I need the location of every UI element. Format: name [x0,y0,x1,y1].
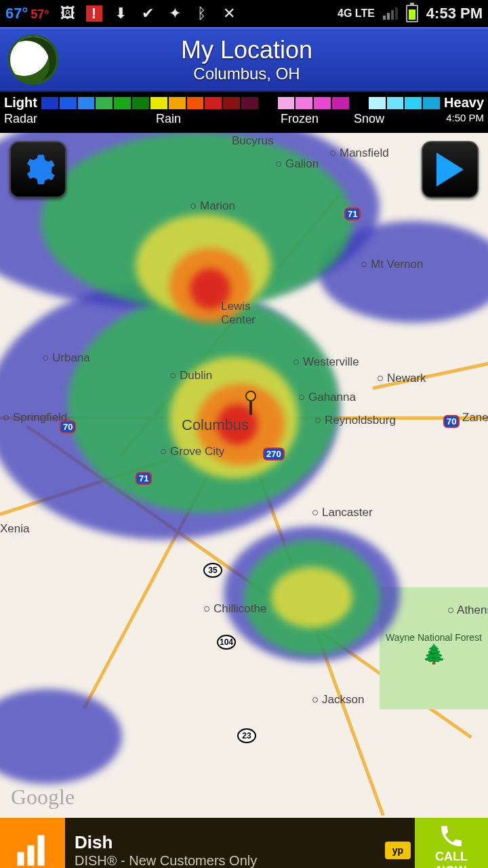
signal-icon [383,7,398,20]
image-icon: 🖼 [59,5,77,22]
city-label: Reynoldsburg [314,414,396,427]
city-label: Mt Vernon [361,258,424,271]
play-icon [436,153,464,186]
city-label: Bucyrus [232,134,273,148]
city-label: Springfield [3,411,67,425]
city-label: Zane [462,411,488,425]
legend-rain-label: Rain [156,112,181,126]
network-label: 4G LTE [338,7,375,20]
settings-button[interactable] [9,141,66,198]
city-label: Xenia [0,522,29,536]
legend-snow-label: Snow [354,112,384,126]
radar-map[interactable]: Wayne National Forest 🌲 BucyrusMansfield… [0,133,488,818]
status-temp-hi: 67° [5,5,28,22]
ad-title: Dish [75,832,375,853]
call-now-button[interactable]: CALL NOW [415,818,488,868]
legend-timestamp: 4:50 PM [446,112,484,126]
android-status-bar: 67° 57° 🖼 ! ⬇ ✔ ✦ ᛒ ✕ 4G LTE 4:53 PM [0,0,488,27]
city-label: Gahanna [298,391,356,404]
legend-heavy-label: Heavy [444,95,484,111]
status-temps: 67° 57° [5,5,49,22]
city-label: Lancaster [312,506,373,519]
battery-icon [406,5,418,22]
radar-legend: Light Heavy Radar Rain Frozen Snow 4:50 … [0,92,488,133]
legend-light-label: Light [4,95,37,111]
play-animation-button[interactable] [422,141,479,198]
us-route-shield: 23 [237,728,256,743]
city-label: Galion [275,157,319,171]
clock: 4:53 PM [426,5,483,22]
vibrate-icon: ✕ [220,5,238,22]
city-label: Westerville [293,355,359,369]
city-label: Newark [377,372,426,385]
ad-thumbnail-icon [0,818,65,868]
legend-swatches [41,97,440,109]
city-label: Athens [447,604,488,617]
app-header: My Location Columbus, OH [0,27,488,92]
interstate-shield: 70 [60,420,76,433]
interstate-shield: 270 [263,448,285,460]
city-label: Dublin [169,369,212,382]
phone-icon [438,823,465,850]
city-label: Jackson [312,693,364,707]
my-location-pin[interactable] [243,391,259,418]
city-label: LewisCenter [221,300,256,327]
city-label: Mansfield [329,146,389,160]
yp-badge-icon: yp [385,842,411,859]
download-icon: ⬇ [112,5,129,22]
share-icon: ✦ [166,5,184,22]
us-route-shield: 35 [203,563,222,578]
city-label: Grove City [160,445,224,458]
city-label: Columbus [182,416,249,434]
bluetooth-icon: ᛒ [193,5,211,22]
ad-banner[interactable]: Dish DISH® - New Customers Only yp CALL … [0,818,488,868]
ad-subtitle: DISH® - New Customers Only [75,853,375,868]
page-title[interactable]: My Location [66,36,427,64]
weatherbug-logo-icon[interactable] [8,35,58,85]
interstate-shield: 70 [443,415,460,428]
status-temp-lo: 57° [30,7,49,22]
city-label: Chillicothe [203,602,266,616]
location-subtitle: Columbus, OH [66,64,427,83]
city-label: Marion [190,199,235,213]
google-attribution: Google [11,785,75,810]
legend-frozen-label: Frozen [281,112,319,126]
us-route-shield: 104 [217,635,236,650]
gear-icon [20,152,56,187]
tree-icon: 🌲 [422,643,446,665]
alert-icon: ! [86,5,102,22]
interstate-shield: 71 [136,472,152,485]
city-label: Urbana [42,351,90,365]
interstate-shield: 71 [344,208,361,220]
checkbox-icon: ✔ [139,5,157,22]
